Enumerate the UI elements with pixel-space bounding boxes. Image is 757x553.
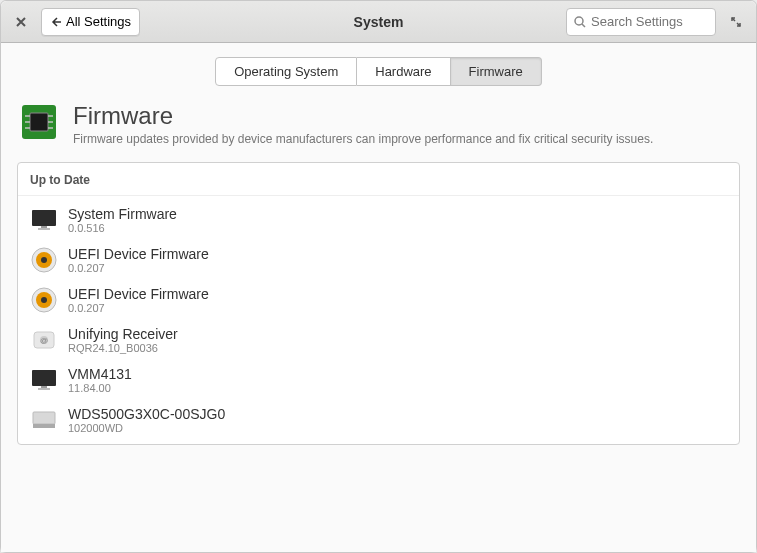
close-button[interactable] [7, 8, 35, 36]
dongle-icon [30, 326, 58, 354]
maximize-icon [730, 16, 742, 28]
device-name: UEFI Device Firmware [68, 246, 209, 262]
device-text: VMM413111.84.00 [68, 366, 132, 394]
device-row[interactable]: VMM413111.84.00 [28, 360, 729, 400]
page-description: Firmware updates provided by device manu… [73, 132, 653, 148]
device-row[interactable]: System Firmware0.0.516 [28, 200, 729, 240]
search-icon [573, 15, 587, 29]
back-label: All Settings [66, 14, 131, 29]
device-row[interactable]: WDS500G3X0C-00SJG0102000WD [28, 400, 729, 440]
search-field[interactable] [566, 8, 716, 36]
speaker-icon [30, 246, 58, 274]
page-header-text: Firmware Firmware updates provided by de… [73, 102, 653, 148]
drive-icon [30, 406, 58, 434]
svg-rect-2 [30, 113, 48, 131]
device-name: Unifying Receiver [68, 326, 178, 342]
device-text: System Firmware0.0.516 [68, 206, 177, 234]
header-right [550, 8, 750, 36]
page-header: Firmware Firmware updates provided by de… [17, 100, 740, 162]
page-title: Firmware [73, 102, 653, 130]
arrow-left-icon [50, 16, 62, 28]
device-name: WDS500G3X0C-00SJG0 [68, 406, 225, 422]
header-bar: All Settings System [1, 1, 756, 43]
device-version: 0.0.207 [68, 302, 209, 314]
device-text: Unifying ReceiverRQR24.10_B0036 [68, 326, 178, 354]
settings-window: All Settings System Operating System Har… [0, 0, 757, 553]
maximize-button[interactable] [722, 8, 750, 36]
firmware-chip-icon [19, 102, 59, 142]
device-name: VMM4131 [68, 366, 132, 382]
section-header: Up to Date [18, 163, 739, 196]
device-name: UEFI Device Firmware [68, 286, 209, 302]
device-text: UEFI Device Firmware0.0.207 [68, 286, 209, 314]
device-row[interactable]: Unifying ReceiverRQR24.10_B0036 [28, 320, 729, 360]
device-text: WDS500G3X0C-00SJG0102000WD [68, 406, 225, 434]
device-name: System Firmware [68, 206, 177, 222]
search-input[interactable] [591, 14, 709, 29]
device-version: 0.0.207 [68, 262, 209, 274]
svg-point-0 [575, 17, 583, 25]
firmware-panel: Up to Date System Firmware0.0.516UEFI De… [17, 162, 740, 445]
header-left: All Settings [7, 8, 207, 36]
monitor-icon [30, 366, 58, 394]
device-version: 0.0.516 [68, 222, 177, 234]
close-icon [15, 16, 27, 28]
device-version: 102000WD [68, 422, 225, 434]
speaker-icon [30, 286, 58, 314]
device-row[interactable]: UEFI Device Firmware0.0.207 [28, 280, 729, 320]
tab-firmware[interactable]: Firmware [451, 57, 542, 86]
monitor-icon [30, 206, 58, 234]
device-text: UEFI Device Firmware0.0.207 [68, 246, 209, 274]
tab-operating-system[interactable]: Operating System [215, 57, 357, 86]
window-title: System [207, 14, 550, 30]
device-version: 11.84.00 [68, 382, 132, 394]
content-area: Operating System Hardware Firmware Firmw… [1, 43, 756, 552]
tab-switcher: Operating System Hardware Firmware [17, 57, 740, 86]
all-settings-button[interactable]: All Settings [41, 8, 140, 36]
device-row[interactable]: UEFI Device Firmware0.0.207 [28, 240, 729, 280]
device-list: System Firmware0.0.516UEFI Device Firmwa… [18, 196, 739, 444]
tab-hardware[interactable]: Hardware [357, 57, 450, 86]
device-version: RQR24.10_B0036 [68, 342, 178, 354]
